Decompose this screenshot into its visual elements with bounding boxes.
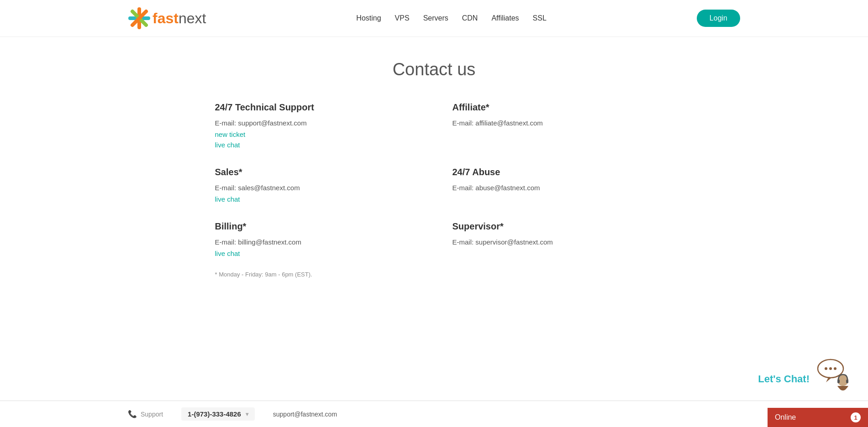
- section-heading-affiliate: Affiliate*: [452, 102, 653, 113]
- nav-hosting[interactable]: Hosting: [356, 14, 381, 22]
- login-button[interactable]: Login: [697, 10, 740, 27]
- section-heading-billing: Billing*: [215, 221, 416, 232]
- nav-affiliates[interactable]: Affiliates: [491, 14, 519, 22]
- section-abuse: 24/7 Abuse E-mail: abuse@fastnext.com: [452, 167, 653, 203]
- header: fastnext Hosting VPS Servers CDN Affilia…: [0, 0, 868, 37]
- section-heading-abuse: 24/7 Abuse: [452, 167, 653, 177]
- section-heading-sales: Sales*: [215, 167, 416, 177]
- nav-ssl[interactable]: SSL: [533, 14, 547, 22]
- page-title: Contact us: [215, 60, 653, 79]
- nav-cdn[interactable]: CDN: [462, 14, 478, 22]
- section-email-abuse: E-mail: abuse@fastnext.com: [452, 184, 653, 192]
- section-heading-tech-support: 24/7 Technical Support: [215, 102, 416, 113]
- main-nav: Hosting VPS Servers CDN Affiliates SSL: [356, 14, 547, 22]
- section-email-tech-support: E-mail: support@fastnext.com: [215, 119, 416, 127]
- footnote: * Monday - Friday: 9am - 6pm (EST).: [215, 271, 653, 278]
- logo-icon: [128, 7, 151, 30]
- section-sales: Sales* E-mail: sales@fastnext.com live c…: [215, 167, 416, 203]
- section-tech-support: 24/7 Technical Support E-mail: support@f…: [215, 102, 416, 149]
- main-content: Contact us 24/7 Technical Support E-mail…: [206, 37, 663, 323]
- new-ticket-link[interactable]: new ticket: [215, 130, 416, 138]
- section-email-affiliate: E-mail: affiliate@fastnext.com: [452, 119, 653, 127]
- section-affiliate: Affiliate* E-mail: affiliate@fastnext.co…: [452, 102, 653, 149]
- section-billing: Billing* E-mail: billing@fastnext.com li…: [215, 221, 416, 257]
- nav-servers[interactable]: Servers: [423, 14, 448, 22]
- live-chat-link-tech[interactable]: live chat: [215, 141, 416, 149]
- section-heading-supervisor: Supervisor*: [452, 221, 653, 232]
- section-email-billing: E-mail: billing@fastnext.com: [215, 238, 416, 246]
- contact-grid: 24/7 Technical Support E-mail: support@f…: [215, 102, 653, 257]
- section-email-supervisor: E-mail: supervisor@fastnext.com: [452, 238, 653, 246]
- live-chat-link-billing[interactable]: live chat: [215, 250, 416, 257]
- logo-text: fastnext: [153, 10, 206, 27]
- section-email-sales: E-mail: sales@fastnext.com: [215, 184, 416, 192]
- logo[interactable]: fastnext: [128, 7, 206, 30]
- live-chat-link-sales[interactable]: live chat: [215, 195, 416, 203]
- section-supervisor: Supervisor* E-mail: supervisor@fastnext.…: [452, 221, 653, 257]
- nav-vps[interactable]: VPS: [395, 14, 410, 22]
